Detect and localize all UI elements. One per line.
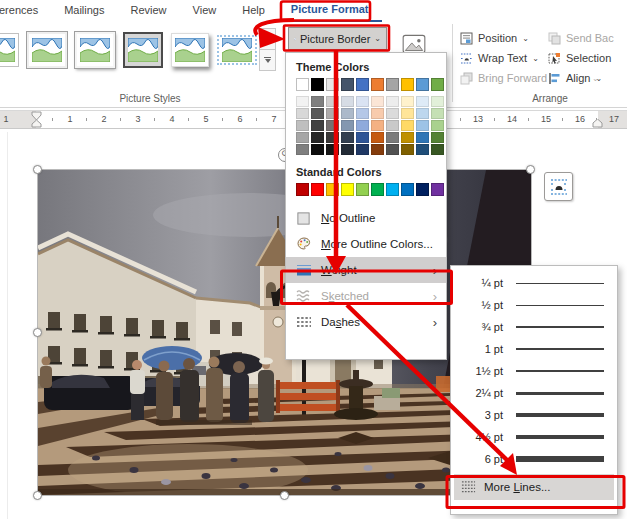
color-tint-swatch[interactable] xyxy=(311,144,324,155)
color-tint-swatch[interactable] xyxy=(341,120,354,131)
color-tint-swatch[interactable] xyxy=(341,132,354,143)
color-swatch[interactable] xyxy=(341,78,354,91)
color-tint-swatch[interactable] xyxy=(311,96,324,107)
weight-option[interactable]: ¼ pt xyxy=(451,272,617,294)
color-tint-swatch[interactable] xyxy=(311,120,324,131)
color-tint-swatch[interactable] xyxy=(431,120,444,131)
color-swatch[interactable] xyxy=(356,183,369,196)
color-tint-swatch[interactable] xyxy=(416,96,429,107)
selection-pane-button[interactable]: Selection xyxy=(548,49,611,67)
color-tint-swatch[interactable] xyxy=(341,144,354,155)
color-tint-swatch[interactable] xyxy=(416,120,429,131)
color-tint-swatch[interactable] xyxy=(356,108,369,119)
color-tint-swatch[interactable] xyxy=(341,96,354,107)
color-swatch[interactable] xyxy=(416,78,429,91)
ribbon-tab[interactable]: Help xyxy=(229,0,278,21)
color-tint-swatch[interactable] xyxy=(386,144,399,155)
resize-handle-middle-left[interactable] xyxy=(33,328,42,337)
color-tint-swatch[interactable] xyxy=(401,144,414,155)
indent-markers[interactable] xyxy=(31,111,42,128)
menu-item-weight[interactable]: Weight › xyxy=(286,257,446,283)
color-tint-swatch[interactable] xyxy=(431,108,444,119)
color-tint-swatch[interactable] xyxy=(296,120,309,131)
weight-option[interactable]: 2¼ pt xyxy=(451,382,617,404)
color-tint-swatch[interactable] xyxy=(386,120,399,131)
picture-style-thumbnail[interactable] xyxy=(0,33,19,67)
ribbon-tab[interactable]: View xyxy=(180,0,230,21)
color-tint-swatch[interactable] xyxy=(326,120,339,131)
color-tint-swatch[interactable] xyxy=(296,96,309,107)
color-tint-swatch[interactable] xyxy=(401,132,414,143)
color-swatch[interactable] xyxy=(401,78,414,91)
color-tint-swatch[interactable] xyxy=(371,120,384,131)
color-tint-swatch[interactable] xyxy=(431,96,444,107)
ribbon-tab[interactable]: Mailings xyxy=(51,0,117,21)
wrap-text-button[interactable]: Wrap Text ⌄ xyxy=(460,49,539,67)
color-tint-swatch[interactable] xyxy=(416,132,429,143)
picture-style-thumbnail[interactable] xyxy=(217,35,257,65)
weight-option[interactable]: ½ pt xyxy=(451,294,617,316)
color-tint-swatch[interactable] xyxy=(341,108,354,119)
menu-item-sketched[interactable]: Sketched › xyxy=(286,283,446,309)
resize-handle-top-left[interactable] xyxy=(33,165,42,174)
weight-option[interactable]: 4½ pt xyxy=(451,426,617,448)
gallery-more-button[interactable] xyxy=(259,49,276,71)
color-tint-swatch[interactable] xyxy=(326,96,339,107)
position-button[interactable]: Position ⌄ xyxy=(460,29,529,47)
layout-options-button[interactable] xyxy=(544,172,573,201)
align-button[interactable]: Align ⌄ xyxy=(548,69,602,87)
color-swatch[interactable] xyxy=(386,183,399,196)
color-swatch[interactable] xyxy=(371,78,384,91)
menu-item-no-outline[interactable]: No Outline xyxy=(286,205,446,231)
color-tint-swatch[interactable] xyxy=(371,96,384,107)
color-tint-swatch[interactable] xyxy=(401,96,414,107)
color-tint-swatch[interactable] xyxy=(311,108,324,119)
menu-item-dashes[interactable]: Dashes › xyxy=(286,309,446,335)
color-tint-swatch[interactable] xyxy=(371,144,384,155)
color-tint-swatch[interactable] xyxy=(401,120,414,131)
color-swatch[interactable] xyxy=(431,78,444,91)
resize-handle-bottom-middle[interactable] xyxy=(280,491,289,500)
color-swatch[interactable] xyxy=(311,183,324,196)
weight-option[interactable]: 1½ pt xyxy=(451,360,617,382)
gallery-scroll-down-button[interactable] xyxy=(259,28,276,50)
color-swatch[interactable] xyxy=(371,183,384,196)
color-tint-swatch[interactable] xyxy=(296,144,309,155)
color-swatch[interactable] xyxy=(326,183,339,196)
color-tint-swatch[interactable] xyxy=(401,108,414,119)
color-tint-swatch[interactable] xyxy=(326,144,339,155)
weight-option[interactable]: 1 pt xyxy=(451,338,617,360)
weight-option[interactable]: 3 pt xyxy=(451,404,617,426)
color-tint-swatch[interactable] xyxy=(431,132,444,143)
weight-option[interactable]: ¾ pt xyxy=(451,316,617,338)
color-tint-swatch[interactable] xyxy=(386,96,399,107)
color-swatch[interactable] xyxy=(401,183,414,196)
color-swatch[interactable] xyxy=(296,183,309,196)
color-swatch[interactable] xyxy=(416,183,429,196)
menu-item-more-outline-colors[interactable]: More Outline Colors... xyxy=(286,231,446,257)
resize-handle-bottom-left[interactable] xyxy=(33,491,42,500)
color-tint-swatch[interactable] xyxy=(356,96,369,107)
send-backward-button[interactable]: Send Bac xyxy=(548,29,614,47)
color-tint-swatch[interactable] xyxy=(386,132,399,143)
bring-forward-button[interactable]: Bring Forward xyxy=(460,69,547,87)
color-swatch[interactable] xyxy=(311,78,324,91)
color-swatch[interactable] xyxy=(326,78,339,91)
color-tint-swatch[interactable] xyxy=(416,108,429,119)
color-tint-swatch[interactable] xyxy=(386,108,399,119)
color-tint-swatch[interactable] xyxy=(326,108,339,119)
color-tint-swatch[interactable] xyxy=(326,132,339,143)
color-tint-swatch[interactable] xyxy=(371,108,384,119)
color-tint-swatch[interactable] xyxy=(356,144,369,155)
color-tint-swatch[interactable] xyxy=(356,120,369,131)
right-indent-marker[interactable] xyxy=(592,119,603,128)
picture-style-thumbnail[interactable] xyxy=(27,32,67,68)
color-swatch[interactable] xyxy=(296,78,309,91)
picture-border-button[interactable]: Picture Border ⌄ xyxy=(288,27,387,50)
color-swatch[interactable] xyxy=(356,78,369,91)
color-tint-swatch[interactable] xyxy=(431,144,444,155)
color-tint-swatch[interactable] xyxy=(371,132,384,143)
ribbon-tab[interactable]: Review xyxy=(118,0,180,21)
color-tint-swatch[interactable] xyxy=(311,132,324,143)
color-tint-swatch[interactable] xyxy=(416,144,429,155)
